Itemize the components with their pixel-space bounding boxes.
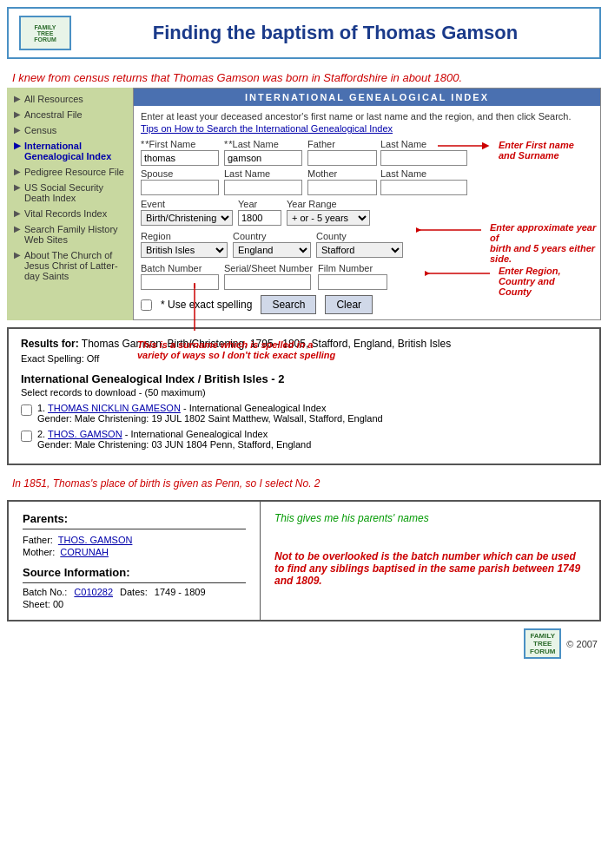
first-name-group: *First Name <box>141 139 219 166</box>
result-2-content: 2. THOS. GAMSON - International Genealog… <box>37 429 311 450</box>
spouse-row: Spouse Last Name <box>141 168 302 195</box>
sidebar-label: International Genealogical Index <box>24 141 126 161</box>
batch-label: Batch Number <box>141 263 219 273</box>
batch-key: Batch No.: <box>23 587 67 597</box>
last-name-input[interactable] <box>224 150 302 166</box>
region-label: Region <box>141 231 228 241</box>
result-2-link[interactable]: THOS. GAMSON <box>48 429 122 439</box>
copyright: © 2007 <box>566 639 598 649</box>
footer-logo-line3: FORUM <box>530 648 555 655</box>
search-button[interactable]: Search <box>261 295 316 314</box>
result-2-detail: Gender: Male Christening: 03 JUN 1804 Pe… <box>37 439 311 450</box>
annotation-enter-region: Enter Region,Country andCounty <box>499 266 603 297</box>
annotation-surname-note: This is a surname which is spelled in av… <box>137 339 346 360</box>
batch-values: C010282 <box>74 587 113 597</box>
svg-marker-2 <box>416 227 421 233</box>
svg-marker-4 <box>425 271 430 276</box>
parents-section: Parents: Father: THOS. GAMSON Mother: CO… <box>7 500 601 621</box>
year-range-select[interactable]: + or - 5 years Exact year + or - 2 years… <box>287 210 370 226</box>
year-group: Year <box>238 199 281 226</box>
source-info-label: Source Information: <box>23 566 246 583</box>
arrow-icon: ▶ <box>14 224 21 233</box>
result-1-checkbox[interactable] <box>21 404 32 416</box>
county-select[interactable]: Stafford Lancashire Yorkshire <box>316 242 403 258</box>
sidebar-item-igi[interactable]: ▶ International Genealogical Index <box>7 138 133 164</box>
arrow-enter-year-icon <box>416 226 486 243</box>
year-input[interactable] <box>238 210 281 226</box>
mother-label: Mother <box>307 168 377 179</box>
sidebar-label: Ancestral File <box>24 109 83 120</box>
batch-input[interactable] <box>141 274 219 290</box>
sidebar-item-ancestral-file[interactable]: ▶ Ancestral File <box>7 107 133 122</box>
county-label: County <box>316 231 403 241</box>
clear-button[interactable]: Clear <box>325 295 373 314</box>
sheet-key: Sheet: <box>23 599 50 609</box>
mother-row: Mother Last Name <box>307 168 467 195</box>
sidebar-item-ssdi[interactable]: ▶ US Social Security Death Index <box>7 180 133 206</box>
first-name-label: *First Name <box>141 139 219 149</box>
serial-label: Serial/Sheet Number <box>224 263 313 273</box>
spouse-input[interactable] <box>141 180 219 195</box>
mother-last-name-label: Last Name <box>380 168 467 179</box>
arrow-icon: ▶ <box>14 167 21 176</box>
film-input[interactable] <box>318 274 387 290</box>
spouse-last-name-label: Last Name <box>224 168 302 179</box>
sidebar-item-pedigree[interactable]: ▶ Pedigree Resource File <box>7 164 133 180</box>
result-1-link[interactable]: THOMAS NICKLIN GAMESON <box>48 403 181 413</box>
content-area: ▶ All Resources ▶ Ancestral File ▶ Censu… <box>7 88 601 320</box>
igi-form-area: INTERNATIONAL GENEALOGICAL INDEX Enter a… <box>133 88 601 320</box>
parents-comment: This gives me his parents' names <box>274 512 585 524</box>
serial-group: Serial/Sheet Number <box>224 263 313 290</box>
sidebar-item-all-resources[interactable]: ▶ All Resources <box>7 91 133 107</box>
sidebar-label: Census <box>24 125 56 135</box>
mother-last-name-group: Last Name <box>380 168 467 195</box>
sidebar-item-family-history-web[interactable]: ▶ Search Family History Web Sites <box>7 221 133 247</box>
father-key: Father: <box>23 535 53 545</box>
result-2-checkbox[interactable] <box>21 431 32 442</box>
father-input[interactable] <box>307 150 377 166</box>
sheet-row: Sheet: 00 <box>23 599 246 609</box>
igi-tips-link[interactable]: Tips on How to Search the International … <box>141 123 593 134</box>
first-name-input[interactable] <box>141 150 219 166</box>
igi-header: INTERNATIONAL GENEALOGICAL INDEX <box>134 89 600 106</box>
dates-key: Dates: <box>120 587 148 597</box>
footer: FAMILY TREE FORUM © 2007 <box>0 625 608 662</box>
mother-key: Mother: <box>23 547 55 557</box>
sidebar-item-vital-records[interactable]: ▶ Vital Records Index <box>7 206 133 221</box>
sidebar-item-census[interactable]: ▶ Census <box>7 122 133 138</box>
page-title: Finding the baptism of Thomas Gamson <box>82 22 589 44</box>
mother-value-link[interactable]: CORUNAH <box>60 547 109 557</box>
arrow-icon: ▶ <box>14 94 21 103</box>
select-records-label: Select records to download - (50 maximum… <box>21 387 587 398</box>
sidebar-item-lds[interactable]: ▶ About The Church of Jesus Christ of La… <box>7 247 133 284</box>
mother-input[interactable] <box>307 180 377 195</box>
film-label: Film Number <box>318 263 387 273</box>
batch-group: Batch Number <box>141 263 219 290</box>
last-name-group: *Last Name <box>224 139 302 166</box>
father-value-link[interactable]: THOS. GAMSON <box>58 535 133 545</box>
batch-info-row: Batch No.: C010282 Dates: 1749 - 1809 <box>23 587 246 597</box>
page-wrapper: FAMILY TREE FORUM Finding the baptism of… <box>0 7 608 662</box>
footer-logo-line1: FAMILY <box>530 632 555 640</box>
arrow-icon: ▶ <box>14 182 21 192</box>
exact-spelling-checkbox[interactable] <box>141 299 152 311</box>
name-fields: *First Name *Last Name <box>141 139 302 195</box>
sidebar-label: US Social Security Death Index <box>24 182 126 203</box>
country-select[interactable]: England Scotland Ireland <box>233 242 311 258</box>
spouse-last-name-group: Last Name <box>224 168 302 195</box>
igi-description: Enter at least your deceased ancestor's … <box>141 111 593 122</box>
spouse-last-name-input[interactable] <box>224 180 302 195</box>
sidebar: ▶ All Resources ▶ Ancestral File ▶ Censu… <box>7 88 133 320</box>
footer-logo-line2: TREE <box>533 640 552 648</box>
batch-value-link[interactable]: C010282 <box>74 587 113 597</box>
serial-input[interactable] <box>224 274 311 290</box>
event-select[interactable]: Birth/Christening Marriage Death <box>141 210 233 226</box>
father-label: Father <box>307 139 377 149</box>
results-for-label: Results for: <box>21 338 79 350</box>
arrow-icon: ▶ <box>14 125 21 135</box>
region-select[interactable]: British Isles North America Europe <box>141 242 228 258</box>
event-group: Event Birth/Christening Marriage Death <box>141 199 233 226</box>
mother-last-name-input[interactable] <box>380 180 467 195</box>
logo: FAMILY TREE FORUM <box>19 16 71 50</box>
sidebar-label: All Resources <box>24 94 83 104</box>
